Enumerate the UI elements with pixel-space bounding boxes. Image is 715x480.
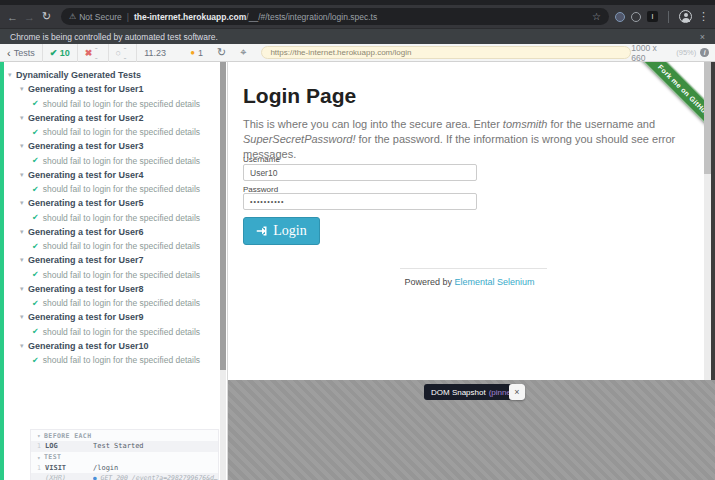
test-group-header[interactable]: ▾ Generating a test for User6 xyxy=(4,225,220,240)
test-group: ▾ Generating a test for User9 ✔ should f… xyxy=(4,310,220,339)
test-group-header[interactable]: ▾ Generating a test for User9 xyxy=(4,310,220,325)
caret-down-icon: ▾ xyxy=(37,454,44,461)
test-passed-check-icon: ✔ xyxy=(32,213,39,222)
test-title: should fail to login for the specified d… xyxy=(43,327,200,337)
test-row[interactable]: ✔ should fail to login for the specified… xyxy=(4,154,220,168)
forward-icon[interactable]: → xyxy=(21,11,38,23)
test-passed-check-icon: ✔ xyxy=(32,128,39,137)
test-passed-check-icon: ✔ xyxy=(32,270,39,279)
viewport-badge[interactable]: ● 1 xyxy=(183,44,210,62)
test-row[interactable]: ✔ should fail to login for the specified… xyxy=(4,239,220,253)
screen: ← → ↻ ⚠ Not Secure | the-internet.heroku… xyxy=(0,0,715,480)
sidebar-scrollbar[interactable] xyxy=(220,62,226,480)
caret-down-icon[interactable]: ▾ xyxy=(20,85,28,93)
test-group-header[interactable]: ▾ Generating a test for User4 xyxy=(4,168,220,183)
test-title: should fail to login for the specified d… xyxy=(43,156,200,166)
infobar-close-icon[interactable]: × xyxy=(700,32,705,42)
test-group-header[interactable]: ▾ Generating a test for User10 xyxy=(4,339,220,354)
username-value: User10 xyxy=(250,168,277,178)
test-group: ▾ Generating a test for User10 ✔ should … xyxy=(4,339,220,368)
browser-toolbar: ← → ↻ ⚠ Not Secure | the-internet.heroku… xyxy=(0,5,715,28)
aut-scrollbar-thumb[interactable] xyxy=(704,62,711,174)
test-row[interactable]: ✔ should fail to login for the specified… xyxy=(4,268,220,282)
address-bar[interactable]: ⚠ Not Secure | the-internet.herokuapp.co… xyxy=(61,8,609,25)
security-label[interactable]: Not Secure xyxy=(79,12,122,22)
extension-icon[interactable] xyxy=(631,12,641,22)
caret-down-icon[interactable]: ▾ xyxy=(20,313,28,321)
before-each-hook[interactable]: ▾ BEFORE EACH xyxy=(31,430,218,441)
info-icon[interactable]: i xyxy=(700,48,709,57)
caret-down-icon[interactable]: ▾ xyxy=(20,256,28,264)
username-field[interactable]: User10 xyxy=(243,164,477,181)
password-field[interactable]: •••••••••• xyxy=(243,193,477,210)
caret-down-icon[interactable]: ▾ xyxy=(20,285,28,293)
command-number: 1 xyxy=(31,463,45,474)
caret-down-icon[interactable]: ▾ xyxy=(20,114,28,122)
caret-down-icon[interactable]: ▾ xyxy=(20,342,28,350)
login-button[interactable]: Login xyxy=(243,217,320,245)
caret-down-icon[interactable]: ▾ xyxy=(20,142,28,150)
aut-area: Fork me on GitHub Login Page This is whe… xyxy=(228,62,715,480)
test-group-header[interactable]: ▾ Generating a test for User8 xyxy=(4,282,220,297)
test-group-title: Generating a test for User5 xyxy=(28,198,144,208)
test-title: should fail to login for the specified d… xyxy=(43,213,200,223)
test-group-title: Generating a test for User7 xyxy=(28,255,144,265)
test-row[interactable]: ✔ should fail to login for the specified… xyxy=(4,125,220,139)
test-group-header[interactable]: ▾ Generating a test for User3 xyxy=(4,139,220,154)
command-row-visit[interactable]: 1 VISIT /login xyxy=(31,463,218,474)
aut-url-bar[interactable]: https://the-internet.herokuapp.com/login xyxy=(261,46,631,59)
caret-down-icon[interactable]: ▾ xyxy=(20,228,28,236)
test-group: ▾ Generating a test for User3 ✔ should f… xyxy=(4,139,220,168)
test-group: ▾ Generating a test for User4 ✔ should f… xyxy=(4,168,220,197)
test-row[interactable]: ✔ should fail to login for the specified… xyxy=(4,97,220,111)
cypress-header: ‹ Tests ✔ 10 ✖ -- ○ -- 11.23 ● 1 ↻ ⌖ ht xyxy=(0,44,715,62)
selector-playground-button[interactable]: ⌖ xyxy=(233,44,253,62)
test-passed-check-icon: ✔ xyxy=(32,327,39,336)
snapshot-label: DOM Snapshot xyxy=(431,388,486,397)
command-row-xhr[interactable]: (XHR) ● GET 200 /event?a=2982799676&d=29… xyxy=(31,473,218,480)
suite-row[interactable]: ▾ Dynamically Generated Tests xyxy=(4,68,220,82)
hook-label: BEFORE EACH xyxy=(44,432,91,440)
elemental-selenium-link[interactable]: Elemental Selenium xyxy=(454,277,534,287)
extension-icon[interactable] xyxy=(615,12,625,22)
restart-tests-button[interactable]: ↻ xyxy=(210,44,233,62)
extension-icon[interactable]: I xyxy=(647,11,658,22)
test-row[interactable]: ✔ should fail to login for the specified… xyxy=(4,211,220,225)
test-group-header[interactable]: ▾ Generating a test for User1 xyxy=(4,82,220,97)
pending-count[interactable]: ○ -- xyxy=(109,44,138,62)
bookmark-star-icon[interactable]: ☆ xyxy=(592,11,601,22)
command-row-log[interactable]: 1 LOG Test Started xyxy=(31,441,218,452)
browser-menu-icon[interactable]: ⋮ xyxy=(698,10,709,23)
failed-count[interactable]: ✖ -- xyxy=(78,44,109,62)
test-row[interactable]: ✔ should fail to login for the specified… xyxy=(4,325,220,339)
test-title: should fail to login for the specified d… xyxy=(43,184,200,194)
page-description: This is where you can log into the secur… xyxy=(243,117,695,162)
back-icon[interactable]: ← xyxy=(4,11,21,23)
sidebar-scrollbar-thumb[interactable] xyxy=(220,62,226,370)
xhr-dot-icon: ● xyxy=(93,474,97,480)
snapshot-close-button[interactable]: × xyxy=(509,384,525,400)
test-passed-check-icon: ✔ xyxy=(32,156,39,165)
aut-scrollbar[interactable] xyxy=(704,62,711,380)
reload-icon[interactable]: ↻ xyxy=(38,10,55,23)
test-row[interactable]: ✔ should fail to login for the specified… xyxy=(4,182,220,196)
test-group-header[interactable]: ▾ Generating a test for User5 xyxy=(4,196,220,211)
caret-down-icon[interactable]: ▾ xyxy=(20,199,28,207)
back-to-tests-button[interactable]: ‹ Tests xyxy=(0,44,43,62)
passed-count[interactable]: ✔ 10 xyxy=(43,44,78,62)
username-hint: tomsmith xyxy=(503,118,548,130)
test-row[interactable]: ✔ should fail to login for the specified… xyxy=(4,296,220,310)
caret-down-icon[interactable]: ▾ xyxy=(8,71,16,79)
profile-avatar[interactable] xyxy=(679,10,692,23)
description-text: for the username and xyxy=(547,118,655,130)
test-passed-check-icon: ✔ xyxy=(32,299,39,308)
test-group-header[interactable]: ▾ Generating a test for User2 xyxy=(4,111,220,126)
caret-down-icon[interactable]: ▾ xyxy=(20,171,28,179)
test-hook[interactable]: ▾ TEST xyxy=(31,452,218,463)
failed-cross-icon: ✖ xyxy=(85,48,93,58)
test-row[interactable]: ✔ should fail to login for the specified… xyxy=(4,353,220,367)
automation-notice-text: Chrome is being controlled by automated … xyxy=(10,32,218,42)
test-group-header[interactable]: ▾ Generating a test for User7 xyxy=(4,253,220,268)
test-group-title: Generating a test for User6 xyxy=(28,227,144,237)
command-name: VISIT xyxy=(45,463,93,474)
